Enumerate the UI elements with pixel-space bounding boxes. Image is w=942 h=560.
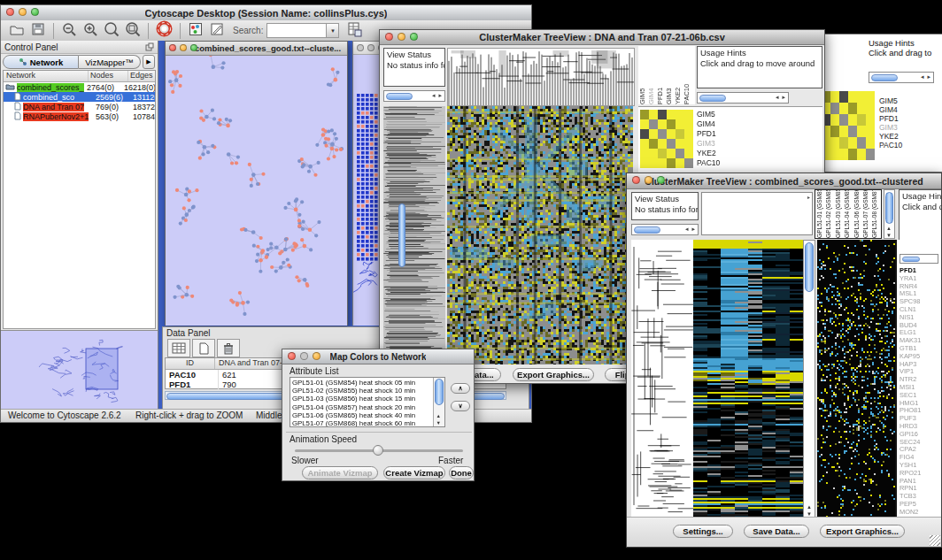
minimize-icon[interactable] bbox=[300, 352, 308, 360]
toolbar-separator bbox=[53, 23, 54, 39]
network-tree-row[interactable]: combined_sco2569(6)13112(15) bbox=[4, 92, 155, 102]
create-vizmap-button[interactable]: Create Vizmap bbox=[383, 466, 445, 479]
treeview2-heatmap-scrollbar[interactable]: ▲ ▼ bbox=[803, 240, 815, 518]
col-header-network[interactable]: Network bbox=[4, 71, 89, 81]
attribute-list-scrollbar[interactable]: ▲ ▼ bbox=[433, 378, 444, 426]
float-panel-icon[interactable] bbox=[145, 39, 154, 55]
attribute-list-item[interactable]: GPL51-06 (GSM865) heat shock 40 min bbox=[292, 411, 433, 419]
fragment-scrollbar[interactable]: ◂ ▸ bbox=[869, 72, 934, 83]
zoom-icon[interactable] bbox=[190, 44, 197, 51]
attr-table-icon-button[interactable] bbox=[167, 339, 190, 357]
move-attribute-up-button[interactable]: ∧ bbox=[451, 383, 470, 394]
close-icon[interactable] bbox=[288, 352, 296, 360]
gene-label[interactable]: MON2 bbox=[898, 509, 921, 517]
attribute-list-item[interactable]: GPL51-01 (GSM854) heat shock 05 min bbox=[292, 379, 433, 387]
treeview2-export-graphics-button[interactable]: Export Graphics... bbox=[820, 525, 905, 538]
move-attribute-down-button[interactable]: ∨ bbox=[451, 401, 470, 411]
attribute-list-item[interactable]: GPL51-07 (GSM868) heat shock 60 min bbox=[292, 419, 433, 427]
minimize-icon[interactable] bbox=[645, 176, 652, 184]
close-icon[interactable] bbox=[357, 44, 364, 51]
new-attribute-button[interactable] bbox=[192, 339, 215, 357]
fragment-row-label: PAC10 bbox=[879, 141, 902, 150]
col-header-nodes[interactable]: Nodes bbox=[89, 71, 128, 81]
zoom-icon[interactable] bbox=[657, 176, 665, 184]
treeview1-vertical-scrollbar[interactable] bbox=[398, 106, 406, 364]
minimize-icon[interactable] bbox=[19, 8, 27, 16]
heatmap-cell bbox=[658, 110, 667, 119]
open-session-icon[interactable] bbox=[9, 21, 25, 41]
zoom-out-icon[interactable] bbox=[61, 21, 77, 41]
treeview1-zoom-heatmap[interactable] bbox=[640, 110, 693, 168]
expand-arrow-icon[interactable]: ▸ bbox=[807, 194, 810, 200]
treeview1-row-label: GIM5 bbox=[697, 110, 720, 119]
treeview2-titlebar[interactable]: ClusterMaker TreeView : combined_scores_… bbox=[627, 173, 941, 189]
window-controls[interactable] bbox=[6, 8, 39, 16]
heatmap-cell bbox=[667, 110, 676, 119]
network-nodes-count: 2764(0) bbox=[87, 83, 124, 92]
attribute-list-item[interactable]: GPL51-04 (GSM857) heat shock 20 min bbox=[292, 403, 433, 411]
treeview2-row-dendrogram[interactable] bbox=[631, 240, 693, 518]
minimize-icon[interactable] bbox=[180, 44, 187, 51]
close-icon[interactable] bbox=[6, 8, 14, 16]
done-button[interactable]: Done bbox=[449, 466, 474, 479]
tab-network[interactable]: Network bbox=[3, 55, 79, 69]
treeview1-titlebar[interactable]: ClusterMaker TreeView : DNA and Tran 07-… bbox=[380, 30, 824, 45]
fragment-zoom-heatmap[interactable] bbox=[822, 91, 875, 160]
close-icon[interactable] bbox=[632, 176, 640, 184]
attribute-list-item[interactable]: GPL51-02 (GSM855) heat shock 10 min bbox=[292, 387, 433, 395]
main-titlebar[interactable]: Cytoscape Desktop (Session Name: collins… bbox=[1, 5, 531, 21]
treeview1-row-dendrogram[interactable] bbox=[383, 106, 445, 364]
animate-vizmap-button[interactable]: Animate Vizmap bbox=[302, 466, 378, 479]
network-view-titlebar[interactable]: combined_scores_good.txt--cluste... bbox=[166, 42, 347, 56]
treeview2-settings-button[interactable]: Settings... bbox=[673, 525, 733, 538]
attribute-list[interactable]: GPL51-01 (GSM854) heat shock 05 minGPL51… bbox=[290, 377, 445, 427]
network-tree-row[interactable]: combined_scores_2764(0)16218(0) bbox=[4, 82, 155, 92]
treeview2-status-scrollbar[interactable]: ◂ ▸ bbox=[631, 224, 699, 235]
treeview2-global-heatmap[interactable] bbox=[693, 240, 803, 518]
treeview2-column-dendrogram[interactable]: ▸ bbox=[701, 192, 813, 235]
network-overview-thumbnail[interactable] bbox=[1, 331, 157, 409]
network-overview-panel[interactable] bbox=[1, 330, 158, 410]
attribute-list-item[interactable]: GPL51-03 (GSM856) heat shock 15 min bbox=[292, 395, 433, 403]
search-dropdown-button[interactable]: ▼ bbox=[327, 23, 339, 38]
minimize-icon[interactable] bbox=[367, 44, 374, 51]
network-tree-row[interactable]: RNAPuberNov2+1563(0)107847(0) bbox=[4, 111, 155, 121]
slider-thumb[interactable] bbox=[373, 445, 383, 456]
save-session-icon[interactable] bbox=[30, 21, 46, 41]
treeview2-zoom-heatmap[interactable] bbox=[817, 240, 895, 518]
zoom-icon[interactable] bbox=[31, 8, 39, 16]
dialog-titlebar[interactable]: Map Colors to Network bbox=[282, 349, 474, 364]
treeview1-column-dendrogram[interactable] bbox=[447, 48, 635, 106]
col-header-edges[interactable]: Edges bbox=[128, 71, 155, 81]
datapanel-col-id[interactable]: ID bbox=[166, 358, 215, 369]
zoom-fit-icon[interactable] bbox=[125, 21, 141, 41]
zoom-in-icon[interactable] bbox=[82, 21, 98, 41]
close-icon[interactable] bbox=[385, 33, 393, 41]
vizmapper-icon[interactable] bbox=[188, 21, 204, 41]
treeview1-global-heatmap[interactable] bbox=[447, 106, 633, 364]
import-table-icon[interactable] bbox=[346, 21, 362, 41]
heatmap-cell bbox=[848, 114, 857, 126]
treeview2-collabel-scrollbar[interactable]: ▲ ▼ bbox=[884, 189, 895, 239]
zoom-selected-icon[interactable] bbox=[104, 21, 120, 41]
zoom-icon[interactable] bbox=[313, 352, 320, 360]
treeview2-window: ClusterMaker TreeView : combined_scores_… bbox=[626, 173, 942, 548]
minimize-icon[interactable] bbox=[398, 33, 405, 41]
zoom-icon[interactable] bbox=[410, 33, 418, 41]
network-view-canvas[interactable] bbox=[166, 56, 347, 326]
tab-vizmapper[interactable]: VizMapper™ bbox=[79, 55, 141, 69]
treeview1-export-graphics-button[interactable]: Export Graphics... bbox=[513, 368, 594, 381]
tab-overflow-arrow[interactable]: ▶ bbox=[143, 55, 155, 69]
help-lifering-icon[interactable] bbox=[156, 20, 173, 41]
delete-attribute-button[interactable] bbox=[217, 339, 240, 357]
annotation-icon[interactable] bbox=[209, 21, 225, 41]
close-icon[interactable] bbox=[169, 44, 176, 51]
network-tree-row[interactable]: DNA and Tran 07769(0)183728(0) bbox=[4, 102, 155, 111]
treeview2-save-data-button[interactable]: Save Data... bbox=[744, 525, 809, 538]
search-input[interactable] bbox=[266, 23, 327, 38]
treeview1-status-scrollbar[interactable]: ◂ ▸ bbox=[383, 90, 445, 102]
animation-speed-slider[interactable] bbox=[295, 449, 463, 452]
treeview2-genelabel-scrollbar[interactable] bbox=[900, 254, 938, 264]
resize-grip[interactable] bbox=[930, 535, 940, 546]
treeview1-usage-scrollbar[interactable]: ◂ ▸ bbox=[697, 92, 789, 104]
